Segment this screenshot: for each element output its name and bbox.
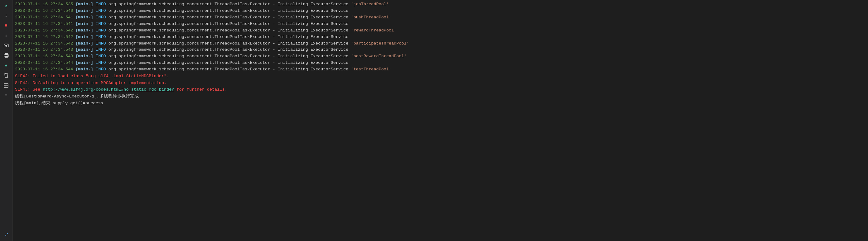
upload-button[interactable]: ⬆ <box>1 31 11 40</box>
error-line: SLF4J: Failed to load class "org.slf4j.i… <box>15 73 866 80</box>
log-line: 2023-07-11 16:27:34.543 [main-] INFO org… <box>15 47 866 53</box>
trash-button[interactable] <box>1 71 11 80</box>
log-line: 2023-07-11 16:27:34.544 [main-] INFO org… <box>15 66 866 73</box>
log-line: 2023-07-11 16:27:34.542 [main-] INFO org… <box>15 27 866 34</box>
log-line: 2023-07-11 16:27:34.544 [main-] INFO org… <box>15 60 866 66</box>
rerun-button[interactable]: ↺ <box>1 1 11 10</box>
log-line: 2023-07-11 16:27:34.541 [main-] INFO org… <box>15 14 866 21</box>
pin-button[interactable] <box>1 230 11 239</box>
error-lines-container: SLF4J: Failed to load class "org.slf4j.i… <box>15 73 866 93</box>
slf4j-link[interactable]: http://www.slf4j.org/codes.html#no_stati… <box>43 87 174 92</box>
layout-button[interactable] <box>1 81 11 90</box>
menu-button[interactable]: ≡ <box>1 91 11 100</box>
error-line: SLF4J: Defaulting to no-operation MDCAda… <box>15 80 866 87</box>
chinese-log-line: 线程[main],结束,supply.get()=success <box>15 100 866 107</box>
stop-button[interactable]: ■ <box>1 21 11 30</box>
star-button[interactable]: ✱ <box>1 61 11 70</box>
log-line: 2023-07-11 16:27:34.542 [main-] INFO org… <box>15 34 866 40</box>
error-line: SLF4J: See http://www.slf4j.org/codes.ht… <box>15 86 866 93</box>
svg-point-0 <box>5 45 7 47</box>
scroll-down-button[interactable]: ↓ <box>1 11 11 20</box>
svg-rect-4 <box>7 55 8 56</box>
log-lines-container: 2023-07-11 16:27:34.535 [main-] INFO org… <box>15 1 866 73</box>
log-line: 2023-07-11 16:27:34.541 [main-] INFO org… <box>15 21 866 27</box>
console-output: 2023-07-11 16:27:34.535 [main-] INFO org… <box>12 0 868 241</box>
log-line: 2023-07-11 16:27:34.540 [main-] INFO org… <box>15 8 866 14</box>
chinese-lines-container: 线程[BestReward-Async-Executor-1],多线程异步执行完… <box>15 93 866 106</box>
svg-rect-3 <box>5 56 8 58</box>
left-toolbar: ↺ ↓ ■ ⬆ ✱ ≡ <box>0 0 12 241</box>
camera-button[interactable] <box>1 41 11 50</box>
log-line: 2023-07-11 16:27:34.535 [main-] INFO org… <box>15 1 866 8</box>
chinese-log-line: 线程[BestReward-Async-Executor-1],多线程异步执行完… <box>15 93 866 100</box>
log-line: 2023-07-11 16:27:34.543 [main-] INFO org… <box>15 53 866 60</box>
print-button[interactable] <box>1 51 11 60</box>
log-line: 2023-07-11 16:27:34.542 [main-] INFO org… <box>15 40 866 47</box>
